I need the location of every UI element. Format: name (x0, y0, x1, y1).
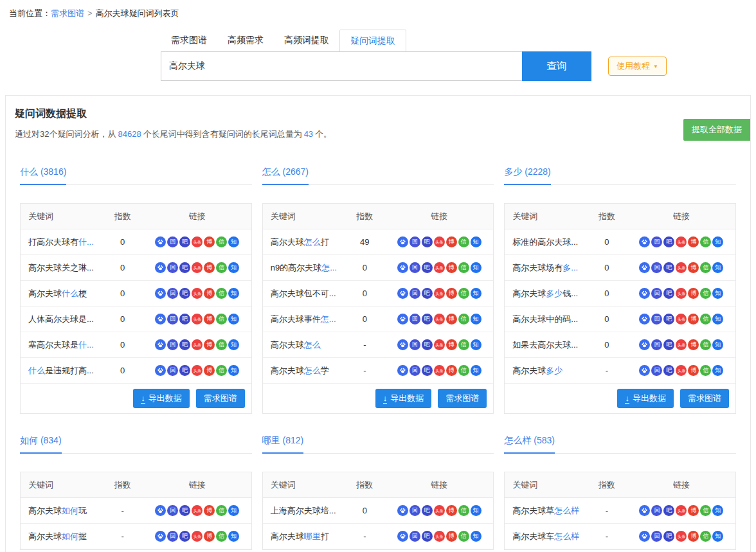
weibo-icon[interactable]: 博 (446, 314, 457, 325)
zhidao-icon[interactable]: 回 (651, 339, 662, 350)
zhihu-icon[interactable]: 知 (228, 365, 239, 376)
toutiao-icon[interactable]: 头条 (192, 505, 203, 516)
wechat-icon[interactable]: 信 (458, 505, 469, 516)
tab-high-freq-demand[interactable]: 高频需求 (217, 30, 274, 51)
zhihu-icon[interactable]: 知 (712, 314, 723, 325)
zhidao-icon[interactable]: 回 (410, 288, 420, 299)
zhidao-icon[interactable]: 回 (410, 365, 420, 376)
tieba-icon[interactable]: 吧 (422, 314, 433, 325)
wechat-icon[interactable]: 信 (216, 288, 227, 299)
weibo-icon[interactable]: 博 (446, 236, 457, 247)
toutiao-icon[interactable]: 头条 (192, 314, 203, 325)
zhihu-icon[interactable]: 知 (471, 339, 482, 350)
wechat-icon[interactable]: 信 (216, 236, 227, 247)
tieba-icon[interactable]: 吧 (663, 339, 674, 350)
toutiao-icon[interactable]: 头条 (676, 339, 687, 350)
tieba-icon[interactable]: 吧 (663, 314, 674, 325)
keyword-cell[interactable]: 高尔夫球哪里打 (263, 531, 345, 542)
tieba-icon[interactable]: 吧 (422, 236, 433, 247)
zhihu-icon[interactable]: 知 (471, 262, 482, 273)
zhihu-icon[interactable]: 知 (712, 236, 723, 247)
zhidao-icon[interactable]: 回 (410, 531, 420, 542)
weibo-icon[interactable]: 博 (688, 314, 699, 325)
keyword-cell[interactable]: 高尔夫球关之琳... (21, 262, 102, 274)
toutiao-icon[interactable]: 头条 (676, 262, 687, 273)
weibo-icon[interactable]: 博 (204, 505, 215, 516)
keyword-cell[interactable]: 高尔夫球场有多... (505, 262, 586, 274)
baidu-icon[interactable] (639, 314, 650, 325)
tieba-icon[interactable]: 吧 (422, 365, 433, 376)
keyword-cell[interactable]: 高尔夫球什么梗 (21, 288, 102, 299)
wechat-icon[interactable]: 信 (458, 339, 469, 350)
baidu-icon[interactable] (639, 288, 650, 299)
toutiao-icon[interactable]: 头条 (434, 365, 445, 376)
wechat-icon[interactable]: 信 (458, 288, 469, 299)
weibo-icon[interactable]: 博 (446, 365, 457, 376)
wechat-icon[interactable]: 信 (216, 262, 227, 273)
zhidao-icon[interactable]: 回 (167, 288, 178, 299)
section-title-link[interactable]: 多少 (2228) (504, 166, 550, 185)
tieba-icon[interactable]: 吧 (663, 365, 674, 376)
tutorial-button[interactable]: 使用教程 ▼ (608, 57, 667, 76)
baidu-icon[interactable] (155, 531, 166, 542)
tab-question-word-extract[interactable]: 疑问词提取 (339, 30, 406, 52)
tieba-icon[interactable]: 吧 (422, 339, 433, 350)
weibo-icon[interactable]: 博 (688, 236, 699, 247)
baidu-icon[interactable] (639, 531, 650, 542)
toutiao-icon[interactable]: 头条 (676, 236, 687, 247)
tieba-icon[interactable]: 吧 (179, 339, 190, 350)
toutiao-icon[interactable]: 头条 (676, 505, 687, 516)
tieba-icon[interactable]: 吧 (422, 262, 433, 273)
keyword-cell[interactable]: 高尔夫球如何握 (21, 531, 102, 542)
wechat-icon[interactable]: 信 (458, 531, 469, 542)
weibo-icon[interactable]: 博 (688, 262, 699, 273)
baidu-icon[interactable] (639, 236, 650, 247)
search-input[interactable] (161, 51, 522, 81)
weibo-icon[interactable]: 博 (204, 236, 215, 247)
toutiao-icon[interactable]: 头条 (192, 531, 203, 542)
keyword-cell[interactable]: 高尔夫球车怎么样 (505, 531, 586, 542)
zhidao-icon[interactable]: 回 (410, 339, 420, 350)
keyword-cell[interactable]: 高尔夫球中的码... (505, 314, 586, 325)
toutiao-icon[interactable]: 头条 (434, 505, 445, 516)
baidu-icon[interactable] (397, 339, 408, 350)
keyword-cell[interactable]: 高尔夫球怎么 (263, 339, 345, 351)
zhidao-icon[interactable]: 回 (167, 531, 178, 542)
demand-map-button[interactable]: 需求图谱 (680, 389, 729, 408)
zhihu-icon[interactable]: 知 (471, 236, 482, 247)
zhihu-icon[interactable]: 知 (228, 288, 239, 299)
weibo-icon[interactable]: 博 (446, 339, 457, 350)
tab-high-freq-word-extract[interactable]: 高频词提取 (274, 30, 339, 51)
wechat-icon[interactable]: 信 (216, 365, 227, 376)
toutiao-icon[interactable]: 头条 (676, 314, 687, 325)
wechat-icon[interactable]: 信 (700, 314, 711, 325)
tieba-icon[interactable]: 吧 (422, 505, 433, 516)
zhidao-icon[interactable]: 回 (167, 505, 178, 516)
keyword-cell[interactable]: 人体高尔夫球是... (21, 314, 102, 325)
zhihu-icon[interactable]: 知 (712, 339, 723, 350)
zhihu-icon[interactable]: 知 (471, 314, 482, 325)
wechat-icon[interactable]: 信 (700, 339, 711, 350)
keyword-cell[interactable]: 高尔夫球包不可... (263, 288, 345, 299)
toutiao-icon[interactable]: 头条 (434, 288, 445, 299)
toutiao-icon[interactable]: 头条 (434, 531, 445, 542)
keyword-cell[interactable]: 高尔夫球草怎么样 (505, 505, 586, 517)
keyword-cell[interactable]: 塞高尔夫球是什... (21, 339, 102, 351)
wechat-icon[interactable]: 信 (216, 505, 227, 516)
tieba-icon[interactable]: 吧 (663, 505, 674, 516)
breadcrumb-link-demand-map[interactable]: 需求图谱 (51, 8, 84, 18)
baidu-icon[interactable] (155, 339, 166, 350)
wechat-icon[interactable]: 信 (700, 505, 711, 516)
zhihu-icon[interactable]: 知 (228, 339, 239, 350)
toutiao-icon[interactable]: 头条 (676, 288, 687, 299)
zhidao-icon[interactable]: 回 (651, 288, 662, 299)
zhidao-icon[interactable]: 回 (410, 314, 420, 325)
extract-all-button[interactable]: 提取全部数据 (683, 119, 750, 141)
weibo-icon[interactable]: 博 (688, 339, 699, 350)
export-data-button[interactable]: ↓导出数据 (133, 389, 190, 408)
toutiao-icon[interactable]: 头条 (676, 365, 687, 376)
zhihu-icon[interactable]: 知 (471, 288, 482, 299)
wechat-icon[interactable]: 信 (700, 236, 711, 247)
query-button[interactable]: 查询 (522, 51, 591, 81)
tieba-icon[interactable]: 吧 (179, 236, 190, 247)
